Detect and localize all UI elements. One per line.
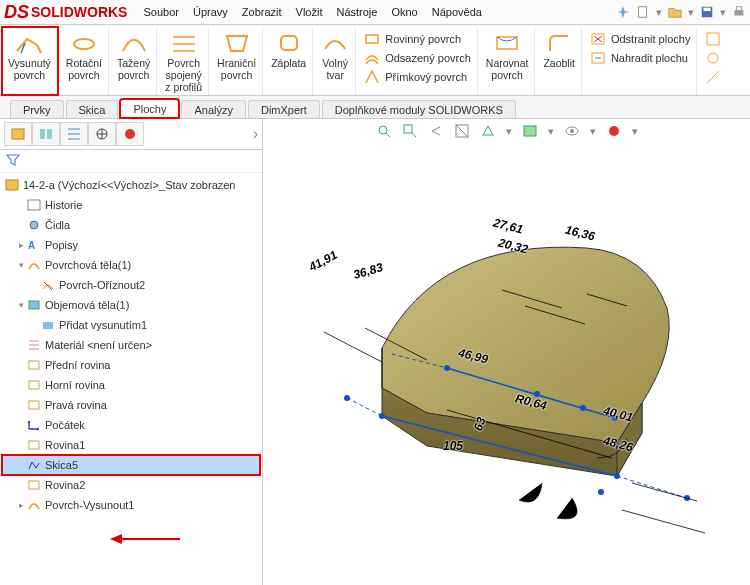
svg-rect-14 [47,129,52,139]
fm-tab-display[interactable] [88,122,116,146]
svg-rect-21 [29,301,39,309]
model-viewport[interactable] [263,119,750,585]
annotation-arrow-icon [110,532,180,546]
svg-point-41 [344,395,350,401]
fm-tab-tree[interactable] [4,122,32,146]
svg-rect-27 [29,481,39,489]
svg-point-11 [708,53,718,63]
filter-icon[interactable] [6,153,20,167]
tree-povrch-vysunout1[interactable]: ▸Povrch-Vysunout1 [2,495,260,515]
svg-rect-6 [281,36,297,50]
ribbon-zaplata[interactable]: Záplata [265,27,313,95]
ribbon-odstranit-plochy[interactable]: Odstranit plochy [590,31,690,47]
tab-skica[interactable]: Skica [66,100,119,118]
svg-rect-24 [29,381,39,389]
open-icon[interactable] [668,5,682,19]
tree-povrch-oriznout2[interactable]: Povrch-Oříznout2 [2,275,260,295]
svg-point-39 [580,405,586,411]
tab-prvky[interactable]: Prvky [10,100,64,118]
menu-okno[interactable]: Okno [391,6,417,18]
tab-analyzy[interactable]: Analýzy [181,100,246,118]
svg-point-35 [379,413,385,419]
svg-rect-2 [704,8,711,12]
ribbon-zaoblit[interactable]: Zaoblit [537,27,582,95]
tree-rovina1[interactable]: Rovina1 [2,435,260,455]
ribbon-rotacni-povrch[interactable]: Rotačnípovrch [60,27,109,95]
tree-objemova-tela[interactable]: ▾Objemová těla(1) [2,295,260,315]
tree-horni-rovina[interactable]: Horní rovina [2,375,260,395]
fm-tab-appearance[interactable] [116,122,144,146]
tree-root[interactable]: 14-2-a (Výchozí<<Výchozí>_Stav zobrazen [2,175,260,195]
tree-predni-rovina[interactable]: Přední rovina [2,355,260,375]
ribbon-extra-2[interactable] [705,50,721,66]
tree-pridat-vysunutim1[interactable]: Přidat vysunutím1 [2,315,260,335]
pin-icon[interactable] [616,5,630,19]
svg-rect-12 [12,129,24,139]
tree-skica5[interactable]: Skica5 [2,455,260,475]
svg-point-19 [30,221,38,229]
model-3d [287,178,727,558]
svg-rect-18 [28,200,40,210]
fm-tab-prop[interactable] [60,122,88,146]
tab-dimxpert[interactable]: DimXpert [248,100,320,118]
tree-cidla[interactable]: Čidla [2,215,260,235]
svg-rect-0 [639,7,647,18]
fm-expand-icon[interactable]: › [253,125,258,143]
tree-povrchova-tela[interactable]: ▾Povrchová těla(1) [2,255,260,275]
ribbon-primkovy-povrch[interactable]: Přímkový povrch [364,69,471,85]
save-icon[interactable] [700,5,714,19]
dim-105: 105 [443,439,463,453]
menu-napoveda[interactable]: Nápověda [432,6,482,18]
svg-rect-10 [707,33,719,45]
ribbon-nahradit-plochu[interactable]: Nahradit plochu [590,50,690,66]
print-icon[interactable] [732,5,746,19]
ribbon-odsazeny-povrch[interactable]: Odsazený povrch [364,50,471,66]
svg-rect-13 [40,129,45,139]
tree-prava-rovina[interactable]: Pravá rovina [2,395,260,415]
menu-soubor[interactable]: Soubor [143,6,178,18]
svg-marker-45 [110,534,122,544]
tree-historie[interactable]: Historie [2,195,260,215]
ribbon-povrch-spojeny[interactable]: Povrchspojenýz profilů [159,27,209,95]
menu-upravy[interactable]: Úpravy [193,6,228,18]
brand-mark: DS [4,2,29,23]
tree-material[interactable]: Materiál <není určen> [2,335,260,355]
tab-plochy[interactable]: Plochy [120,99,179,118]
svg-rect-4 [736,7,741,11]
svg-point-5 [74,39,94,49]
ribbon-extra-3[interactable] [705,69,721,85]
ribbon-extra-1[interactable] [705,31,721,47]
svg-rect-23 [29,361,39,369]
ribbon-vysunuty-povrch[interactable]: Vysunutýpovrch [2,27,58,95]
ribbon-hranicni-povrch[interactable]: Hraničnípovrch [211,27,263,95]
svg-point-43 [598,489,604,495]
svg-rect-17 [6,180,18,190]
ribbon-rovinny-povrch[interactable]: Rovinný povrch [364,31,471,47]
svg-point-36 [614,473,620,479]
svg-rect-7 [366,35,378,43]
ribbon-narovnat-povrch[interactable]: Narovnatpovrch [480,27,536,95]
svg-rect-22 [43,322,53,329]
tab-doplnky[interactable]: Doplňkové moduly SOLIDWORKS [322,100,516,118]
svg-point-37 [444,365,450,371]
menu-nastroje[interactable]: Nástroje [336,6,377,18]
menu-zobrazit[interactable]: Zobrazit [242,6,282,18]
tree-rovina2[interactable]: Rovina2 [2,475,260,495]
ribbon-tazeny-povrch[interactable]: Taženýpovrch [111,27,157,95]
svg-text:A: A [28,240,35,251]
brand-name: SOLIDWORKS [31,4,127,20]
tree-popisy[interactable]: ▸APopisy [2,235,260,255]
svg-rect-26 [29,441,39,449]
svg-rect-25 [29,401,39,409]
svg-rect-3 [735,10,744,15]
svg-point-16 [125,129,135,139]
new-icon[interactable] [636,5,650,19]
ribbon-volny-tvar[interactable]: Volnýtvar [315,27,356,95]
app-logo: DS SOLIDWORKS [4,2,127,23]
fm-tab-config[interactable] [32,122,60,146]
tree-pocatek[interactable]: Počátek [2,415,260,435]
menu-vlozit[interactable]: Vložit [296,6,323,18]
